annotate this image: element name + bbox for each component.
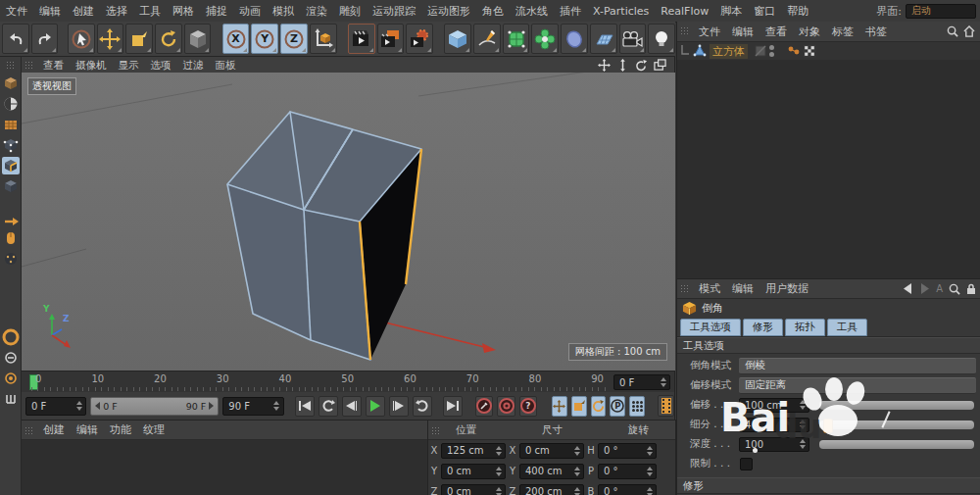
depth-slider[interactable] xyxy=(819,440,974,449)
visibility-toggles[interactable] xyxy=(769,45,774,57)
menubar-item[interactable]: 雕刻 xyxy=(333,4,367,19)
add-field-button[interactable] xyxy=(561,24,588,54)
add-light-button[interactable] xyxy=(648,24,675,54)
material-menu-item[interactable]: 创建 xyxy=(37,422,71,437)
live-selection-button[interactable] xyxy=(68,24,95,54)
menubar-item[interactable]: X-Particles xyxy=(587,5,655,18)
viewport-menu-item[interactable]: 选项 xyxy=(145,57,177,73)
menubar-item[interactable]: 工具 xyxy=(133,4,167,19)
tab-tool-options[interactable]: 工具选项 xyxy=(680,319,741,336)
next-frame-button[interactable] xyxy=(389,396,409,417)
layer-chip-icon[interactable] xyxy=(755,45,766,57)
key-position-toggle[interactable] xyxy=(552,396,567,417)
rotate-tool-button[interactable] xyxy=(155,24,182,54)
viewport-menu-item[interactable]: 显示 xyxy=(113,57,145,73)
viewport-grip[interactable] xyxy=(24,61,33,69)
depth-field[interactable]: 100 xyxy=(739,437,809,452)
range-left-arrow-icon[interactable] xyxy=(95,402,100,410)
key-scale-toggle[interactable] xyxy=(571,396,587,417)
offset-mode-dropdown[interactable]: 固定距离 xyxy=(739,377,976,394)
menubar-item[interactable]: 模拟 xyxy=(267,4,300,19)
dock-icon-ring[interactable] xyxy=(2,328,20,346)
menubar-item[interactable]: 创建 xyxy=(67,4,100,19)
add-spline-button[interactable] xyxy=(473,24,501,54)
object-manager-menu-item[interactable]: 编辑 xyxy=(726,25,760,39)
lock-x-axis-button[interactable]: X xyxy=(222,24,250,54)
attribute-manager-grip[interactable] xyxy=(680,284,689,294)
slider-handle[interactable] xyxy=(823,419,833,433)
undo-button[interactable] xyxy=(2,24,29,54)
keyframe-help-button[interactable]: ? xyxy=(519,396,537,417)
move-tool-button[interactable] xyxy=(97,24,124,54)
coordinate-system-button[interactable] xyxy=(310,24,337,54)
attribute-manager-menu-item[interactable]: 编辑 xyxy=(726,281,760,296)
bevel-mode-dropdown[interactable]: 倒棱 xyxy=(739,358,976,374)
selection-tag-icon[interactable] xyxy=(804,45,816,58)
menubar-item[interactable]: 编辑 xyxy=(33,4,67,19)
search-icon[interactable] xyxy=(949,283,960,295)
add-floor-button[interactable] xyxy=(590,24,617,54)
add-primitive-cube-button[interactable] xyxy=(444,24,471,54)
search-icon[interactable] xyxy=(947,25,958,37)
dock-icon-3[interactable] xyxy=(2,390,20,408)
object-name[interactable]: 立方体 xyxy=(710,44,748,59)
section-shaping[interactable]: 修形 xyxy=(677,477,980,494)
dock-grip[interactable] xyxy=(6,61,15,71)
current-frame-field[interactable]: 0 F xyxy=(613,374,670,390)
tab-tool[interactable]: 工具 xyxy=(827,319,867,336)
go-to-start-button[interactable] xyxy=(295,396,315,417)
points-mode-button[interactable] xyxy=(2,136,20,154)
size-field[interactable]: 0 cm xyxy=(519,443,584,459)
lock-z-axis-button[interactable]: Z xyxy=(280,24,308,54)
key-rotation-toggle[interactable] xyxy=(591,396,607,417)
texture-mode-button[interactable] xyxy=(2,116,20,133)
menubar-item[interactable]: 运动图形 xyxy=(421,4,476,19)
zoom-view-icon[interactable] xyxy=(616,59,629,72)
attribute-manager-menu-item[interactable]: 模式 xyxy=(693,281,726,296)
history-back-icon[interactable] xyxy=(903,283,913,294)
viewport-solo-button[interactable] xyxy=(2,229,20,247)
rotation-field[interactable]: 0 ° xyxy=(598,443,657,459)
object-manager-menu-item[interactable]: 书签 xyxy=(859,25,893,39)
menubar-item[interactable]: 选择 xyxy=(100,4,133,19)
visibility-dot-bottom[interactable] xyxy=(769,52,774,57)
toggle-view-icon[interactable] xyxy=(654,59,666,72)
object-manager-menu-item[interactable]: 标签 xyxy=(826,25,859,39)
redo-button[interactable] xyxy=(31,24,59,54)
render-settings-button[interactable] xyxy=(406,24,433,54)
section-tool-options[interactable]: 工具选项 xyxy=(677,337,980,354)
edges-mode-button[interactable] xyxy=(2,157,20,174)
position-field[interactable]: 0 cm xyxy=(441,464,506,479)
rotate-view-icon[interactable] xyxy=(635,59,648,72)
rotation-field[interactable]: 0 ° xyxy=(598,484,657,495)
render-to-picture-viewer-button[interactable] xyxy=(377,24,405,54)
visibility-dot-top[interactable] xyxy=(769,45,774,50)
dock-icon-1[interactable] xyxy=(2,349,20,367)
menubar-item[interactable]: 渲染 xyxy=(300,4,333,19)
enable-axis-button[interactable] xyxy=(2,209,20,226)
object-manager-menu-item[interactable]: 对象 xyxy=(793,25,826,39)
make-editable-button[interactable] xyxy=(2,74,20,92)
last-used-tool-button[interactable] xyxy=(184,24,212,54)
arrange-mode-icon[interactable]: A xyxy=(936,283,943,294)
end-frame-field[interactable]: 90 F xyxy=(222,397,283,416)
viewport-menu-item[interactable]: 过滤 xyxy=(177,57,210,73)
frame-range-slider[interactable]: 0 F 90 F xyxy=(90,397,219,416)
timeline-ruler[interactable]: 0102030405060708090 0 F xyxy=(22,371,675,392)
material-manager-grip[interactable] xyxy=(24,426,33,434)
position-field[interactable]: 125 cm xyxy=(441,443,506,459)
material-menu-item[interactable]: 功能 xyxy=(104,422,137,437)
add-deformer-button[interactable] xyxy=(531,24,559,54)
menubar-item[interactable]: 运动跟踪 xyxy=(367,4,421,19)
position-field[interactable]: 0 cm xyxy=(441,484,506,495)
rotation-field[interactable]: 0 ° xyxy=(598,464,657,479)
menubar-item[interactable]: 文件 xyxy=(0,4,33,19)
cube-object[interactable] xyxy=(227,112,421,360)
history-forward-icon[interactable] xyxy=(919,283,930,294)
autokeying-button[interactable] xyxy=(497,396,514,417)
scale-tool-button[interactable] xyxy=(125,24,153,54)
menubar-item[interactable]: 角色 xyxy=(476,4,510,19)
object-manager-menu-item[interactable]: 查看 xyxy=(760,25,793,39)
lock-icon[interactable] xyxy=(966,283,976,295)
size-field[interactable]: 400 cm xyxy=(519,464,584,479)
